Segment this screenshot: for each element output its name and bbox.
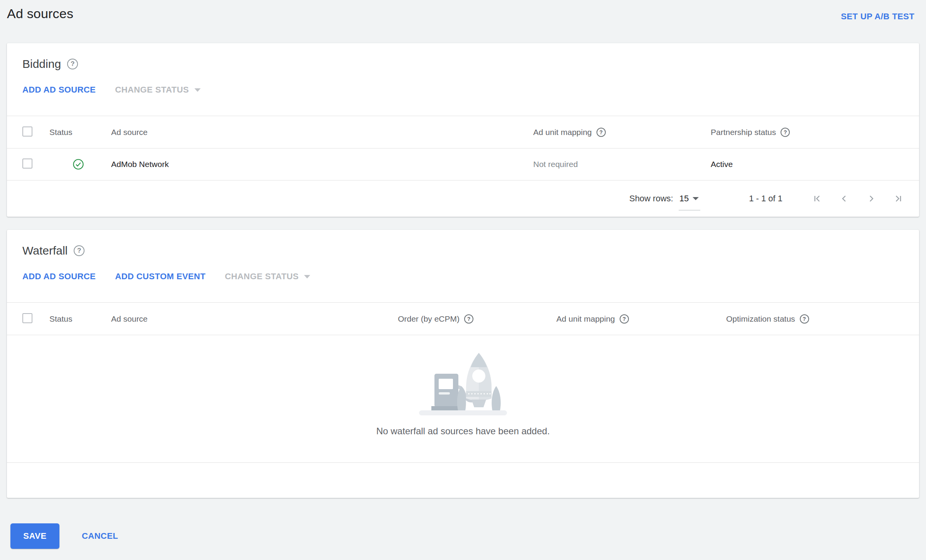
help-icon[interactable]: ? [596,128,606,137]
bidding-card-head: Bidding ? ADD AD SOURCE CHANGE STATUS [7,43,919,116]
last-page-icon [893,193,904,204]
help-icon[interactable]: ? [74,245,84,256]
bidding-section-title: Bidding ? [22,57,904,71]
dropdown-arrow-icon [693,197,699,200]
bidding-actions: ADD AD SOURCE CHANGE STATUS [22,85,904,95]
next-page-button[interactable] [863,191,879,206]
show-rows-label: Show rows: [629,194,673,204]
column-header-ad-source: Ad source [111,128,533,137]
row-ad-source: AdMob Network [111,160,533,169]
column-header-status: Status [49,314,111,324]
row-select-checkbox[interactable] [22,159,32,169]
dropdown-arrow-icon [304,275,310,278]
change-status-button[interactable]: CHANGE STATUS [225,272,310,282]
pagination-controls [809,191,906,206]
last-page-button[interactable] [891,191,906,206]
first-page-button[interactable] [809,191,825,206]
bidding-table-footer: Show rows: 15 1 - 1 of 1 [7,180,919,217]
table-row[interactable]: AdMob Network Not required Active [7,148,919,180]
waterfall-table-header: Status Ad source Order (by eCPM) ? Ad un… [7,302,919,335]
save-button[interactable]: SAVE [10,523,59,549]
select-all-checkbox[interactable] [22,127,32,137]
dropdown-arrow-icon [194,88,201,92]
row-status-cell [49,159,111,170]
show-rows-control: Show rows: 15 [629,194,699,204]
setup-ab-test-link[interactable]: SET UP A/B TEST [841,12,914,22]
bidding-card: Bidding ? ADD AD SOURCE CHANGE STATUS St… [7,43,919,217]
bidding-title-text: Bidding [22,57,61,71]
rocket-illustration [418,352,508,416]
add-ad-source-button[interactable]: ADD AD SOURCE [22,85,96,95]
add-ad-source-button[interactable]: ADD AD SOURCE [22,272,96,282]
change-status-label: CHANGE STATUS [115,85,189,95]
first-page-icon [812,193,823,204]
rows-per-page-value: 15 [679,194,689,204]
pagination-range: 1 - 1 of 1 [749,194,782,204]
form-footer: SAVE CANCEL [10,523,926,549]
column-header-ad-unit-mapping: Ad unit mapping ? [533,128,711,137]
waterfall-table-footer [7,462,919,498]
row-partnership-status: Active [711,160,904,169]
waterfall-section-title: Waterfall ? [22,244,904,258]
waterfall-title-text: Waterfall [22,244,68,258]
waterfall-empty-state: No waterfall ad sources have been added. [7,335,919,462]
row-ad-unit-mapping: Not required [533,160,711,169]
help-icon[interactable]: ? [464,314,473,324]
help-icon[interactable]: ? [800,314,809,324]
change-status-label: CHANGE STATUS [225,272,299,282]
check-circle-icon [73,159,84,170]
prev-page-button[interactable] [836,191,852,206]
page-title: Ad sources [7,6,73,21]
column-header-optimization-status: Optimization status ? [643,314,904,324]
column-header-ad-source: Ad source [111,314,358,324]
page-header: Ad sources SET UP A/B TEST [0,0,926,43]
waterfall-actions: ADD AD SOURCE ADD CUSTOM EVENT CHANGE ST… [22,272,904,282]
bidding-table-header: Status Ad source Ad unit mapping ? Partn… [7,116,919,148]
select-all-checkbox[interactable] [22,313,32,323]
help-icon[interactable]: ? [67,59,78,69]
empty-state-message: No waterfall ad sources have been added. [376,426,550,437]
column-header-status: Status [49,128,111,137]
fuel-pump-icon [434,374,458,407]
add-custom-event-button[interactable]: ADD CUSTOM EVENT [115,272,206,282]
column-header-ad-unit-mapping: Ad unit mapping ? [473,314,643,324]
help-icon[interactable]: ? [781,128,790,137]
chevron-left-icon [839,193,850,204]
rows-per-page-select[interactable]: 15 [679,194,699,204]
help-icon[interactable]: ? [620,314,629,324]
waterfall-card-head: Waterfall ? ADD AD SOURCE ADD CUSTOM EVE… [7,230,919,302]
chevron-right-icon [866,193,877,204]
column-header-order: Order (by eCPM) ? [358,314,473,324]
waterfall-card: Waterfall ? ADD AD SOURCE ADD CUSTOM EVE… [7,230,919,498]
column-header-partnership-status: Partnership status ? [711,128,904,137]
change-status-button[interactable]: CHANGE STATUS [115,85,200,95]
cancel-button[interactable]: CANCEL [82,531,118,541]
